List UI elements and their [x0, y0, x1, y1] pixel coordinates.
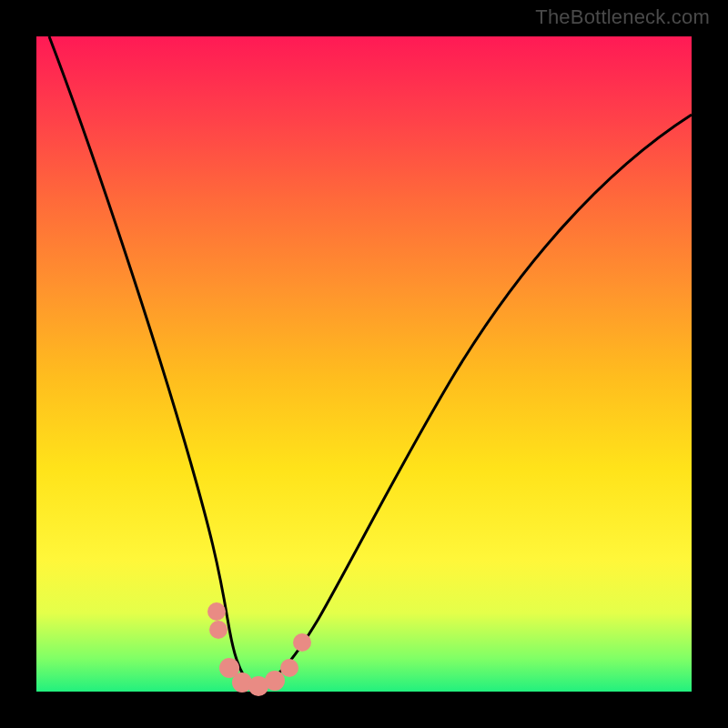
svg-point-6: [280, 659, 298, 677]
plot-area: [36, 36, 692, 692]
watermark-text: TheBottleneck.com: [535, 5, 710, 29]
chart-svg: [36, 36, 692, 692]
svg-point-7: [293, 633, 311, 652]
left-curve: [49, 36, 253, 688]
marker-cluster: [207, 602, 311, 696]
svg-point-1: [209, 621, 228, 639]
right-curve: [253, 115, 692, 688]
svg-point-5: [265, 671, 285, 691]
chart-frame: TheBottleneck.com: [0, 0, 728, 728]
svg-point-0: [207, 602, 226, 621]
